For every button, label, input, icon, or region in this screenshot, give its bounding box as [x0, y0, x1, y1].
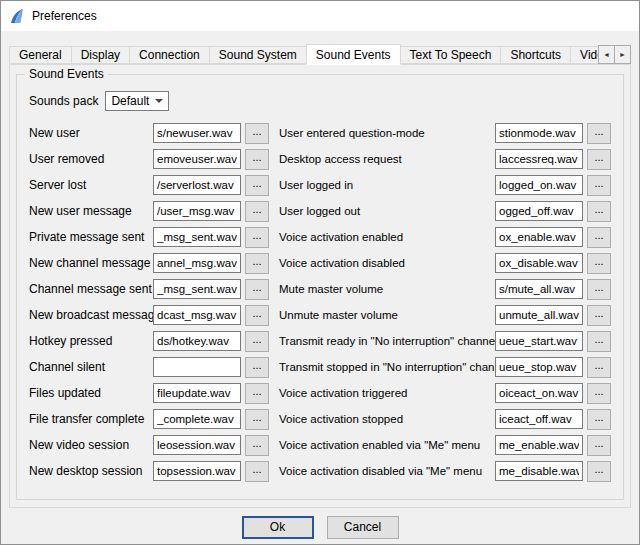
tab-display[interactable]: Display — [71, 46, 130, 64]
sound-event-row: Voice activation stopped... — [279, 406, 611, 432]
sounds-pack-label: Sounds pack — [29, 94, 98, 108]
tab-connection[interactable]: Connection — [129, 46, 210, 64]
sound-event-label: Private message sent — [29, 230, 153, 244]
sound-file-input[interactable] — [495, 149, 583, 169]
sound-file-input[interactable] — [495, 357, 583, 377]
sound-file-input[interactable] — [153, 227, 241, 247]
browse-button[interactable]: ... — [587, 227, 611, 248]
sound-event-row: Channel silent... — [29, 354, 269, 380]
sound-event-row: New user... — [29, 120, 269, 146]
browse-button[interactable]: ... — [245, 175, 269, 196]
browse-button[interactable]: ... — [587, 279, 611, 300]
browse-button[interactable]: ... — [587, 461, 611, 482]
sound-file-input[interactable] — [495, 175, 583, 195]
sound-file-input[interactable] — [495, 227, 583, 247]
tab-scroll-left-button[interactable]: ◄ — [598, 45, 615, 64]
browse-button[interactable]: ... — [587, 201, 611, 222]
browse-button[interactable]: ... — [245, 279, 269, 300]
sound-event-label: User entered question-mode — [279, 127, 495, 139]
sound-file-input[interactable] — [153, 149, 241, 169]
browse-button[interactable]: ... — [245, 461, 269, 482]
sound-file-input[interactable] — [153, 409, 241, 429]
app-icon — [9, 8, 25, 24]
sound-file-input[interactable] — [153, 331, 241, 351]
sound-file-input[interactable] — [153, 201, 241, 221]
sound-event-row: Channel message sent... — [29, 276, 269, 302]
cancel-button[interactable]: Cancel — [327, 516, 399, 539]
browse-button[interactable]: ... — [245, 331, 269, 352]
tab-text-to-speech[interactable]: Text To Speech — [400, 46, 502, 64]
sound-file-input[interactable] — [495, 461, 583, 481]
sound-file-input[interactable] — [495, 383, 583, 403]
sound-file-input[interactable] — [153, 279, 241, 299]
sound-file-input[interactable] — [153, 461, 241, 481]
sound-event-row: New user message... — [29, 198, 269, 224]
sound-file-input[interactable] — [495, 201, 583, 221]
sound-event-label: Voice activation disabled via "Me" menu — [279, 465, 495, 477]
sound-file-input[interactable] — [495, 435, 583, 455]
browse-button[interactable]: ... — [587, 435, 611, 456]
ok-button[interactable]: Ok — [242, 516, 314, 539]
window-title: Preferences — [32, 9, 97, 23]
sound-file-input[interactable] — [153, 435, 241, 455]
sound-event-label: Unmute master volume — [279, 309, 495, 321]
tab-general[interactable]: General — [9, 46, 72, 64]
sound-event-row: Voice activation disabled via "Me" menu.… — [279, 458, 611, 484]
sound-file-input[interactable] — [495, 305, 583, 325]
browse-button[interactable]: ... — [587, 175, 611, 196]
sound-file-input[interactable] — [153, 383, 241, 403]
sound-file-input[interactable] — [153, 123, 241, 143]
sound-event-label: Mute master volume — [279, 283, 495, 295]
sound-event-row: Desktop access request... — [279, 146, 611, 172]
browse-button[interactable]: ... — [245, 383, 269, 404]
sound-file-input[interactable] — [495, 331, 583, 351]
browse-button[interactable]: ... — [245, 201, 269, 222]
sound-event-row: New channel message... — [29, 250, 269, 276]
sound-file-input[interactable] — [495, 409, 583, 429]
tab-shortcuts[interactable]: Shortcuts — [500, 46, 571, 64]
sound-file-input[interactable] — [153, 175, 241, 195]
browse-button[interactable]: ... — [245, 227, 269, 248]
browse-button[interactable]: ... — [587, 357, 611, 378]
sound-file-input[interactable] — [495, 279, 583, 299]
browse-button[interactable]: ... — [587, 253, 611, 274]
sound-event-label: New video session — [29, 438, 153, 452]
browse-button[interactable]: ... — [587, 383, 611, 404]
sound-events-groupbox: Sound Events Sounds pack Default New use… — [16, 74, 624, 500]
sound-file-input[interactable] — [495, 253, 583, 273]
browse-button[interactable]: ... — [587, 149, 611, 170]
browse-button[interactable]: ... — [587, 123, 611, 144]
sound-event-row: Server lost... — [29, 172, 269, 198]
sound-event-label: User logged out — [279, 205, 495, 217]
sound-file-input[interactable] — [153, 253, 241, 273]
browse-button[interactable]: ... — [245, 149, 269, 170]
sound-event-row: Unmute master volume... — [279, 302, 611, 328]
browse-button[interactable]: ... — [245, 253, 269, 274]
sound-file-input[interactable] — [495, 123, 583, 143]
browse-button[interactable]: ... — [587, 331, 611, 352]
tab-sound-system[interactable]: Sound System — [209, 46, 307, 64]
tab-sound-events[interactable]: Sound Events — [306, 44, 401, 65]
sound-event-row: Hotkey pressed... — [29, 328, 269, 354]
sound-event-label: Voice activation disabled — [279, 257, 495, 269]
sound-event-row: New desktop session... — [29, 458, 269, 484]
browse-button[interactable]: ... — [245, 409, 269, 430]
browse-button[interactable]: ... — [245, 357, 269, 378]
sound-event-row: User logged in... — [279, 172, 611, 198]
sound-file-input[interactable] — [153, 305, 241, 325]
sounds-pack-value: Default — [111, 94, 155, 108]
browse-button[interactable]: ... — [245, 305, 269, 326]
tab-scroll-right-button[interactable]: ► — [614, 45, 631, 64]
browse-button[interactable]: ... — [245, 123, 269, 144]
sound-event-label: Transmit stopped in "No interruption" ch… — [279, 361, 495, 373]
sound-event-label: Voice activation enabled via "Me" menu — [279, 439, 495, 451]
sound-file-input[interactable] — [153, 357, 241, 377]
browse-button[interactable]: ... — [245, 435, 269, 456]
sounds-pack-select[interactable]: Default — [105, 91, 169, 111]
sound-event-label: New user — [29, 126, 153, 140]
sound-event-label: Transmit ready in "No interruption" chan… — [279, 335, 495, 347]
browse-button[interactable]: ... — [587, 305, 611, 326]
sound-event-row: Voice activation enabled... — [279, 224, 611, 250]
sound-event-row: Voice activation enabled via "Me" menu..… — [279, 432, 611, 458]
browse-button[interactable]: ... — [587, 409, 611, 430]
